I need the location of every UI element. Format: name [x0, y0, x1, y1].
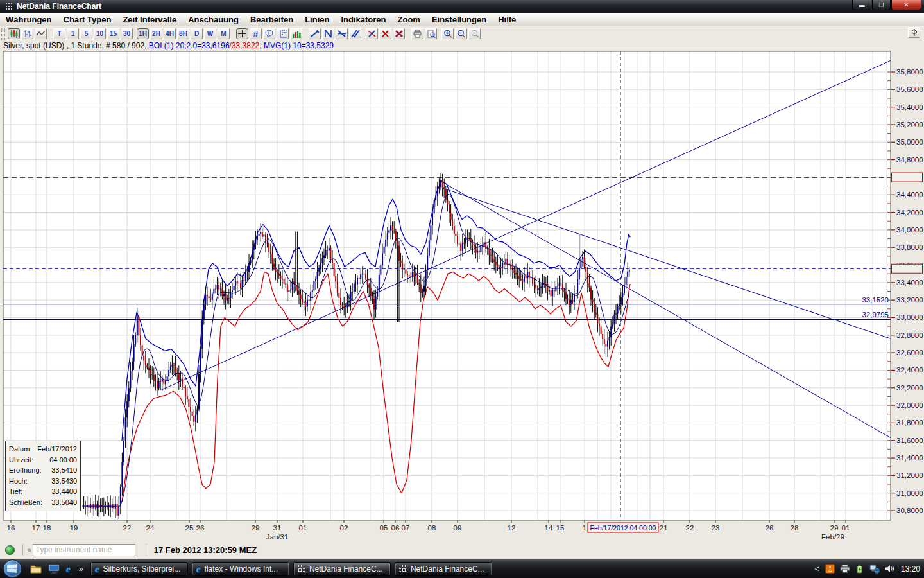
svg-text:35,4000: 35,4000	[896, 103, 923, 111]
trendline-tool-button[interactable]	[309, 28, 321, 39]
info-button[interactable]: i	[263, 28, 275, 39]
svg-text:35,6000: 35,6000	[896, 85, 923, 93]
network-tray-icon[interactable]	[869, 565, 880, 574]
pin-toolbar-button[interactable]	[908, 27, 920, 38]
minimize-button[interactable]: ▬	[852, 0, 871, 10]
period-button-1h[interactable]: 1H	[137, 28, 149, 39]
tray-expand-chevron[interactable]: <	[814, 564, 819, 574]
zoom-out-button[interactable]	[455, 28, 467, 39]
interval-button-t[interactable]: T	[53, 28, 65, 39]
zoom-reset-button[interactable]	[468, 28, 481, 39]
menu-anschauung[interactable]: Anschauung	[182, 14, 244, 25]
line-chart-icon	[36, 30, 46, 38]
chart-area[interactable]: 33,152032,979530,800031,000031,200031,40…	[0, 50, 924, 539]
tray-clock[interactable]: 13:20	[901, 565, 920, 574]
ohlc-chart-button[interactable]	[21, 28, 33, 39]
svg-text:Feb/29: Feb/29	[821, 533, 844, 539]
edit-line-icon	[367, 30, 377, 38]
volume-bars-icon	[292, 30, 301, 38]
zoom-in-button[interactable]	[441, 28, 454, 39]
menu-zoom[interactable]: Zoom	[392, 14, 426, 25]
chart-series-label: Silver, spot (USD) , 1 Stunde, # 580 / 9…	[3, 41, 334, 50]
pin-icon	[910, 28, 919, 37]
tooltip-label: Eröffnung:	[9, 465, 42, 476]
svg-text:05: 05	[380, 524, 388, 532]
period-button-m[interactable]: M	[218, 28, 230, 39]
svg-text:Feb/17/2012 04:00:00: Feb/17/2012 04:00:00	[590, 524, 656, 532]
svg-text:1: 1	[583, 524, 586, 532]
period-button-d[interactable]: D	[191, 28, 203, 39]
trendline-icon	[310, 30, 320, 38]
interval-button-1[interactable]: 1	[67, 28, 79, 39]
menu-einstellungen[interactable]: Einstellungen	[426, 14, 492, 25]
channel-tool-button[interactable]	[349, 28, 361, 39]
edit-line-button[interactable]	[366, 28, 378, 39]
print-preview-button[interactable]	[425, 28, 437, 39]
period-button-4h[interactable]: 4H	[164, 28, 176, 39]
task-label: Silberkurs, Silberprei...	[103, 565, 181, 574]
interval-button-5[interactable]: 5	[80, 28, 92, 39]
svg-text:31,6000: 31,6000	[896, 437, 923, 444]
svg-text:28: 28	[791, 524, 799, 532]
server-time: 17 Feb 2012 13:20:59 MEZ	[154, 545, 257, 555]
menu-währungen[interactable]: Währungen	[0, 14, 58, 25]
quicklaunch-internet-explorer[interactable]: e	[66, 565, 71, 573]
toolbar-overflow-chevron[interactable]: »	[79, 564, 83, 574]
info-bubble-icon: i	[265, 30, 273, 38]
taskbar-task-4[interactable]: NetDania FinanceC...	[395, 562, 492, 576]
crosshair-button[interactable]	[236, 28, 248, 39]
quicklaunch-display[interactable]	[48, 564, 60, 574]
menu-zeit-intervalle[interactable]: Zeit Intervalle	[117, 14, 182, 25]
tooltip-label: Hoch:	[9, 476, 28, 487]
data-labels-button[interactable]	[277, 28, 289, 39]
power-tray-icon[interactable]	[855, 565, 864, 574]
svg-text:32,9795: 32,9795	[862, 311, 889, 319]
grid-toggle-button[interactable]: #	[250, 28, 262, 39]
quicklaunch-folder[interactable]	[30, 564, 42, 574]
vertical-line-tool-button[interactable]	[322, 28, 334, 39]
monitor-icon	[48, 564, 60, 574]
start-button[interactable]	[3, 559, 22, 578]
taskbar-task-1[interactable]: eSilberkurs, Silberprei...	[90, 562, 188, 576]
tooltip-value: 33,4400	[51, 486, 77, 497]
line-chart-button[interactable]	[35, 28, 47, 39]
mvg-label: , MVG(1) 10=33,5329	[259, 41, 334, 50]
price-chart[interactable]: 33,152032,979530,800031,000031,200031,40…	[0, 50, 924, 539]
svg-text:21: 21	[660, 524, 668, 532]
java-tray-icon[interactable]	[825, 564, 835, 574]
volume-button[interactable]	[290, 28, 302, 39]
svg-text:33,1520: 33,1520	[862, 296, 889, 304]
candlestick-chart-button[interactable]	[8, 28, 20, 39]
taskbar-task-2[interactable]: eflatex - Windows Int...	[192, 562, 289, 576]
menu-bearbeiten[interactable]: Bearbeiten	[244, 14, 299, 25]
taskbar-task-3[interactable]: NetDania FinanceC...	[293, 562, 391, 576]
interval-button-15[interactable]: 15	[107, 28, 119, 39]
svg-text:34,0000: 34,0000	[896, 226, 923, 234]
period-button-w[interactable]: W	[204, 28, 216, 39]
svg-text:06: 06	[391, 524, 400, 532]
menu-hilfe[interactable]: Hilfe	[492, 14, 522, 25]
toolbar-handle[interactable]	[1, 28, 5, 40]
interval-button-30[interactable]: 30	[121, 28, 133, 39]
period-button-8h[interactable]: 8H	[177, 28, 189, 39]
menu-chart-typen[interactable]: Chart Typen	[58, 14, 117, 25]
print-button[interactable]	[411, 28, 424, 39]
restore-button[interactable]: ❐	[872, 0, 891, 10]
instrument-search-input[interactable]	[33, 544, 135, 556]
delete-all-lines-button[interactable]	[393, 28, 405, 39]
printer-tray-icon[interactable]	[840, 565, 850, 573]
close-button[interactable]: ✕	[891, 0, 921, 10]
svg-text:32,0000: 32,0000	[896, 401, 923, 409]
menu-linien[interactable]: Linien	[299, 14, 335, 25]
interval-button-10[interactable]: 10	[94, 28, 106, 39]
connection-status-indicator	[5, 545, 15, 555]
horizontal-line-tool-button[interactable]	[336, 28, 348, 39]
menu-indikatoren[interactable]: Indikatoren	[335, 14, 391, 25]
period-button-2h[interactable]: 2H	[150, 28, 162, 39]
volume-tray-icon[interactable]	[885, 565, 894, 573]
search-icon: ⌕	[27, 545, 31, 554]
task-label: flatex - Windows Int...	[205, 565, 278, 574]
folder-icon	[30, 564, 42, 574]
delete-line-button[interactable]	[379, 28, 391, 39]
svg-text:16: 16	[7, 524, 15, 532]
